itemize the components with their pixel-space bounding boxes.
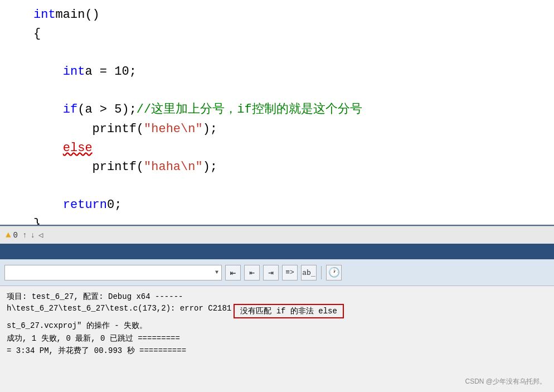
code-line-5 bbox=[31, 81, 554, 100]
toolbar-btn-clock[interactable]: 🕐 bbox=[326, 265, 342, 280]
code-line-4: int a = 10; bbox=[31, 62, 554, 81]
editor-statusbar: ▲ 0 ↑ ↓ ◁ bbox=[0, 226, 554, 244]
toolbar: ▼ ⇤ ⇤ ⇥ ≡> ab̲ 🕐 bbox=[0, 259, 554, 286]
warning-number: 0 bbox=[13, 231, 18, 240]
keyword-int: int bbox=[33, 6, 56, 25]
output-error-container: h\test_6_27\test_6_27\test.c(173,2): err… bbox=[7, 304, 547, 318]
output-vcxproj-line: st_6_27.vcxproj" 的操作 - 失败。 bbox=[7, 320, 547, 332]
nav-down-button[interactable]: ↓ bbox=[30, 231, 35, 240]
toolbar-btn-indent-all[interactable]: ≡> bbox=[282, 265, 298, 280]
warning-icon: ▲ bbox=[6, 230, 11, 240]
code-line-2: { bbox=[31, 25, 554, 43]
toolbar-btn-format[interactable]: ab̲ bbox=[301, 265, 317, 280]
code-line-3 bbox=[31, 43, 554, 62]
output-time-line: = 3:34 PM, 并花费了 00.993 秒 ========== bbox=[7, 345, 547, 357]
output-error-left: h\test_6_27\test_6_27\test.c(173,2): err… bbox=[7, 304, 231, 318]
code-editor[interactable]: int main() { int a = 10; if (a > 5); //这… bbox=[0, 0, 554, 226]
chevron-down-icon: ▼ bbox=[215, 269, 218, 275]
code-line-1: int main() bbox=[31, 6, 554, 25]
toolbar-btn-1[interactable]: ⇤ bbox=[225, 265, 241, 280]
output-build-line: 成功, 1 失败, 0 最新, 0 已跳过 ========= bbox=[7, 332, 547, 345]
code-line-6: if (a > 5); //这里加上分号，if控制的就是这个分号 bbox=[31, 100, 554, 119]
nav-left-button[interactable]: ◁ bbox=[38, 230, 43, 240]
output-panel: 项目: test_6_27, 配置: Debug x64 ------ h\te… bbox=[0, 286, 554, 392]
output-error-highlight: 没有匹配 if 的非法 else bbox=[234, 304, 344, 318]
code-line-11: return 0; bbox=[31, 196, 554, 215]
watermark: CSDN @少年没有乌托邦。 bbox=[465, 377, 546, 386]
warning-count: ▲ 0 bbox=[6, 230, 18, 240]
code-line-12: } bbox=[31, 215, 554, 226]
toolbar-dropdown[interactable]: ▼ bbox=[4, 265, 222, 280]
nav-up-button[interactable]: ↑ bbox=[22, 231, 27, 240]
toolbar-btn-indent-right[interactable]: ⇥ bbox=[263, 265, 279, 280]
nav-arrows[interactable]: ↑ ↓ ◁ bbox=[22, 230, 43, 240]
code-line-9: printf( "haha\n" ); bbox=[31, 158, 554, 177]
output-project-line: 项目: test_6_27, 配置: Debug x64 ------ bbox=[7, 291, 547, 303]
separator-bar bbox=[0, 244, 554, 259]
code-line-8: else bbox=[31, 139, 554, 158]
code-content: int main() { int a = 10; if (a > 5); //这… bbox=[0, 0, 554, 226]
code-line-10 bbox=[31, 177, 554, 196]
code-line-7: printf( "hehe\n" ); bbox=[31, 120, 554, 139]
toolbar-separator bbox=[321, 266, 322, 279]
toolbar-btn-indent-left[interactable]: ⇤ bbox=[244, 265, 260, 280]
